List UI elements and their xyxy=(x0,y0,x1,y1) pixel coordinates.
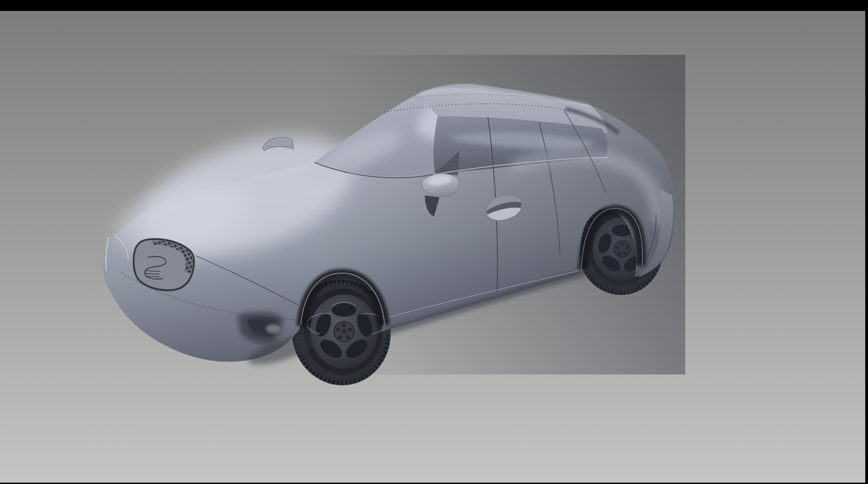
render-canvas: Monochrome gray 3D render of a SEAT comp… xyxy=(0,0,868,484)
letterbox-right-bar xyxy=(865,0,868,484)
render-viewport[interactable]: Monochrome gray 3D render of a SEAT comp… xyxy=(0,0,868,484)
letterbox-top-bar xyxy=(0,0,868,11)
